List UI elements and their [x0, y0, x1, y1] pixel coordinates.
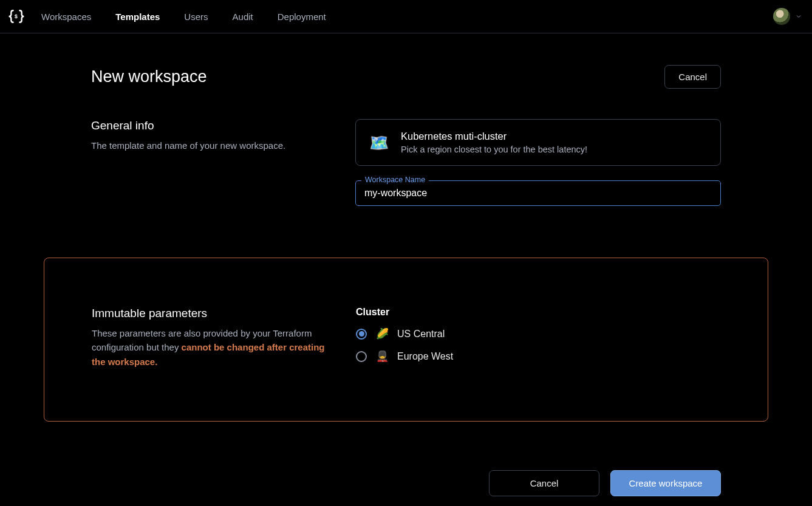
cluster-option-us-central[interactable]: 🌽 US Central — [356, 327, 720, 340]
cluster-option-label: Europe West — [397, 351, 453, 362]
general-info-desc: The template and name of your new worksp… — [91, 138, 331, 152]
nav-templates[interactable]: Templates — [115, 12, 160, 22]
cancel-button-top[interactable]: Cancel — [664, 65, 721, 89]
radio-icon — [356, 329, 367, 340]
cancel-button[interactable]: Cancel — [489, 470, 599, 496]
workspace-name-field: Workspace Name — [355, 180, 721, 206]
logo-icon[interactable]: $ — [9, 9, 24, 24]
footer-actions: Cancel Create workspace — [91, 470, 721, 496]
corn-icon: 🌽 — [375, 327, 389, 340]
nav-audit[interactable]: Audit — [233, 12, 253, 22]
nav-links: Workspaces Templates Users Audit Deploym… — [41, 12, 326, 22]
nav-deployment[interactable]: Deployment — [278, 12, 326, 22]
radio-icon — [356, 351, 367, 362]
template-name: Kubernetes muti-cluster — [401, 131, 587, 142]
cluster-option-label: US Central — [397, 329, 445, 340]
top-nav: $ Workspaces Templates Users Audit Deplo… — [0, 0, 812, 33]
immutable-parameters-panel: Immutable parameters These parameters ar… — [44, 258, 768, 422]
nav-users[interactable]: Users — [184, 12, 208, 22]
immutable-desc: These parameters are also provided by yo… — [92, 326, 332, 369]
immutable-heading: Immutable parameters — [92, 307, 332, 320]
create-workspace-button[interactable]: Create workspace — [610, 470, 721, 496]
svg-text:$: $ — [15, 13, 18, 19]
template-desc: Pick a region closest to you for the bes… — [401, 145, 587, 154]
workspace-name-input[interactable] — [355, 180, 721, 206]
nav-workspaces[interactable]: Workspaces — [41, 12, 91, 22]
page-title: New workspace — [91, 67, 207, 86]
globe-map-icon: 🗺️ — [369, 135, 389, 151]
user-menu[interactable] — [773, 8, 802, 25]
avatar — [773, 8, 790, 25]
workspace-name-label: Workspace Name — [361, 176, 429, 184]
cluster-option-europe-west[interactable]: 💂 Europe West — [356, 350, 720, 363]
chevron-down-icon — [795, 13, 802, 20]
template-card[interactable]: 🗺️ Kubernetes muti-cluster Pick a region… — [355, 119, 721, 166]
cluster-label: Cluster — [356, 307, 720, 318]
guard-icon: 💂 — [375, 350, 389, 363]
general-info-heading: General info — [91, 119, 331, 132]
